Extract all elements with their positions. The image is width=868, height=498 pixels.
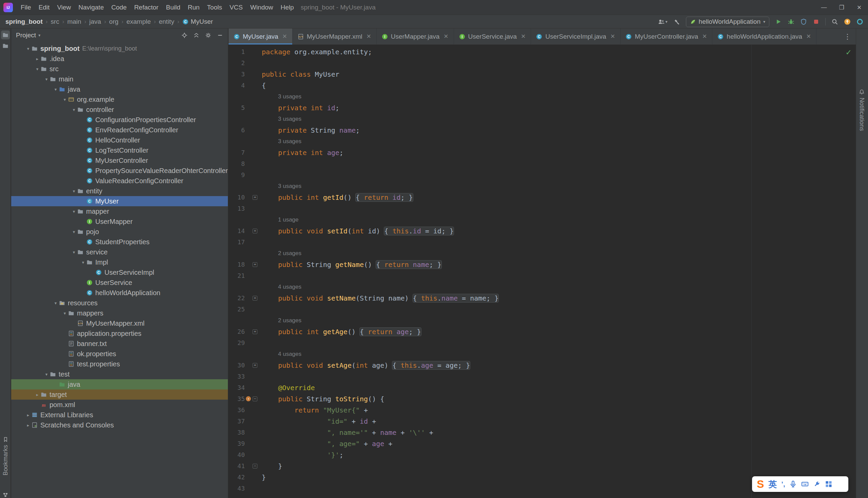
tree-chevron-icon[interactable]: ▾ (52, 301, 59, 306)
fold-marker-icon[interactable]: + (253, 363, 257, 368)
breadcrumb-item-main[interactable]: main (67, 18, 81, 25)
close-button[interactable]: ✕ (850, 0, 868, 15)
tree-chevron-icon[interactable]: ▸ (25, 423, 31, 428)
inlay-hint[interactable]: 2 usages (259, 317, 302, 324)
editor-tab-UserService.java[interactable]: IUserService.java✕ (454, 28, 531, 44)
structure-tool-button[interactable]: Structure (0, 480, 11, 498)
tree-chevron-icon[interactable]: ▾ (43, 372, 50, 377)
tree-chevron-icon[interactable]: ▾ (70, 107, 77, 112)
plugin-status-icon[interactable] (856, 18, 863, 25)
tree-item-External Libraries[interactable]: ▸External Libraries (11, 410, 228, 420)
ime-punctuation-icon[interactable]: ’, (781, 480, 785, 488)
tree-item-service[interactable]: ▾service (11, 247, 228, 257)
breadcrumb-item-spring_boot[interactable]: spring_boot (5, 18, 43, 25)
menu-navigate[interactable]: Navigate (75, 0, 107, 15)
tree-item-src[interactable]: ▾src (11, 64, 228, 74)
folded-region[interactable]: { return id; } (356, 193, 413, 201)
tree-item-MyUserController[interactable]: CMyUserController (11, 155, 228, 166)
tree-item-Scratches and Consoles[interactable]: ▸Scratches and Consoles (11, 420, 228, 430)
project-panel-title[interactable]: Project (16, 31, 36, 39)
tree-item-ConfigurationPropertiesController[interactable]: CConfigurationPropertiesController (11, 115, 228, 125)
inlay-hint[interactable]: 3 usages (259, 183, 302, 189)
tab-options-icon[interactable]: ⋮ (839, 28, 856, 44)
folded-region[interactable]: { this.age = age; } (392, 361, 470, 369)
tree-item-mappers[interactable]: ▾mappers (11, 308, 228, 318)
inspections-ok-icon[interactable]: ✓ (846, 48, 852, 57)
menu-vcs[interactable]: VCS (226, 0, 246, 15)
tree-item-UserServiceImpl[interactable]: CUserServiceImpl (11, 267, 228, 277)
tree-item-org.example[interactable]: ▾org.example (11, 94, 228, 104)
ime-mic-icon[interactable] (789, 480, 797, 488)
close-tab-icon[interactable]: ✕ (610, 33, 615, 40)
fold-marker-icon[interactable]: + (253, 329, 257, 334)
tree-item-EnvReaderConfigController[interactable]: CEnvReaderConfigController (11, 125, 228, 135)
tree-item-mapper[interactable]: ▾mapper (11, 206, 228, 217)
collapse-all-icon[interactable] (193, 32, 199, 38)
stop-button[interactable] (813, 18, 819, 25)
tree-item-resources[interactable]: ▾resources (11, 298, 228, 308)
breadcrumb-item-example[interactable]: example (126, 18, 151, 25)
close-tab-icon[interactable]: ✕ (806, 33, 811, 40)
tree-item-pom.xml[interactable]: mpom.xml (11, 399, 228, 410)
fold-marker-icon[interactable]: + (253, 296, 257, 301)
close-tab-icon[interactable]: ✕ (366, 33, 371, 40)
hide-panel-icon[interactable] (217, 32, 223, 38)
chevron-down-icon[interactable]: ▾ (38, 33, 40, 38)
inlay-hint[interactable]: 3 usages (259, 93, 302, 100)
project-tool-button[interactable] (1, 30, 10, 39)
folded-region[interactable]: { this.name = name; } (413, 294, 499, 302)
run-configuration-select[interactable]: helloWorldApplication ▾ (686, 17, 769, 27)
breadcrumb-item-java[interactable]: java (89, 18, 101, 25)
run-button[interactable] (775, 18, 782, 25)
menu-file[interactable]: File (17, 0, 35, 15)
menu-help[interactable]: Help (277, 0, 298, 15)
tree-item-test[interactable]: ▾test (11, 369, 228, 379)
tree-item-MyUserMapper.xml[interactable]: </>MyUserMapper.xml (11, 318, 228, 328)
tree-item-test.properties[interactable]: test.properties (11, 359, 228, 369)
tree-item-main[interactable]: ▾main (11, 74, 228, 84)
fold-marker-icon[interactable]: − (253, 396, 257, 401)
ime-lang-indicator[interactable]: 英 (768, 479, 777, 490)
debug-button[interactable] (788, 18, 794, 25)
tree-item-HelloController[interactable]: CHelloController (11, 135, 228, 145)
tree-item-UserService[interactable]: IUserService (11, 277, 228, 288)
tree-chevron-icon[interactable]: ▸ (25, 412, 31, 418)
tree-item-java[interactable]: ▾java (11, 84, 228, 94)
close-tab-icon[interactable]: ✕ (443, 33, 448, 40)
tree-item-spring_boot[interactable]: ▾spring_boot E:\learn\spring_boot (11, 43, 228, 54)
breadcrumb-item-entity[interactable]: entity (159, 18, 174, 25)
tree-item-banner.txt[interactable]: banner.txt (11, 339, 228, 349)
menu-tools[interactable]: Tools (203, 0, 226, 15)
tree-chevron-icon[interactable]: ▾ (62, 97, 68, 102)
tree-chevron-icon[interactable]: ▾ (43, 77, 50, 82)
folded-region[interactable]: { return age; } (360, 328, 421, 336)
tree-item-PropertySourceValueReaderOhterController[interactable]: CPropertySourceValueReaderOhterControlle… (11, 166, 228, 176)
search-everywhere-icon[interactable] (831, 18, 838, 25)
tree-chevron-icon[interactable]: ▾ (70, 250, 77, 255)
tree-item-java[interactable]: java (11, 379, 228, 390)
tree-chevron-icon[interactable]: ▾ (70, 188, 77, 194)
fold-marker-icon[interactable]: + (253, 195, 257, 200)
editor-tab-UserMapper.java[interactable]: IUserMapper.java✕ (377, 28, 454, 44)
tree-item-UserMapper[interactable]: IUserMapper (11, 217, 228, 227)
code-with-me-users-icon[interactable]: ▾ (658, 18, 668, 25)
folded-region[interactable]: { return name; } (376, 261, 441, 269)
minimize-button[interactable]: — (815, 0, 833, 15)
ime-keyboard-icon[interactable] (801, 480, 809, 488)
editor-code[interactable]: 1package org.example.entity;23public cla… (228, 45, 856, 498)
ime-grid-icon[interactable] (825, 480, 832, 488)
inlay-hint[interactable]: 4 usages (259, 284, 302, 290)
breadcrumb-item-class[interactable]: CMyUser (183, 18, 213, 25)
build-hammer-icon[interactable] (673, 18, 680, 25)
tree-item-target[interactable]: ▸target (11, 390, 228, 399)
notifications-tool-button[interactable]: Notifications (856, 66, 868, 154)
tree-item-ok.properties[interactable]: ok.properties (11, 349, 228, 359)
tree-item-LogTestController[interactable]: CLogTestController (11, 145, 228, 155)
menu-window[interactable]: Window (246, 0, 277, 15)
close-tab-icon[interactable]: ✕ (702, 33, 707, 40)
menu-code[interactable]: Code (107, 0, 130, 15)
bookmarks-tool-button[interactable]: Bookmarks (0, 429, 11, 483)
editor-tab-MyUserMapper.xml[interactable]: </>MyUserMapper.xml✕ (293, 28, 377, 44)
inlay-hint[interactable]: 4 usages (259, 351, 302, 357)
editor-tab-helloWorldApplication.java[interactable]: ChelloWorldApplication.java✕ (712, 28, 816, 44)
